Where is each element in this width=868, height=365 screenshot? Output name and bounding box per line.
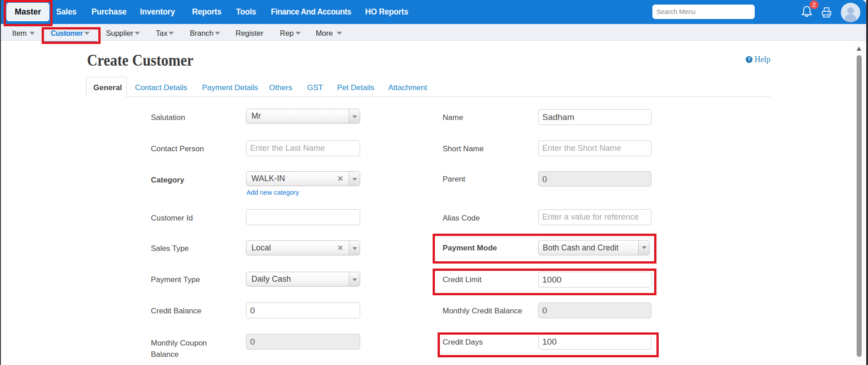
- svg-text:?: ?: [747, 57, 751, 62]
